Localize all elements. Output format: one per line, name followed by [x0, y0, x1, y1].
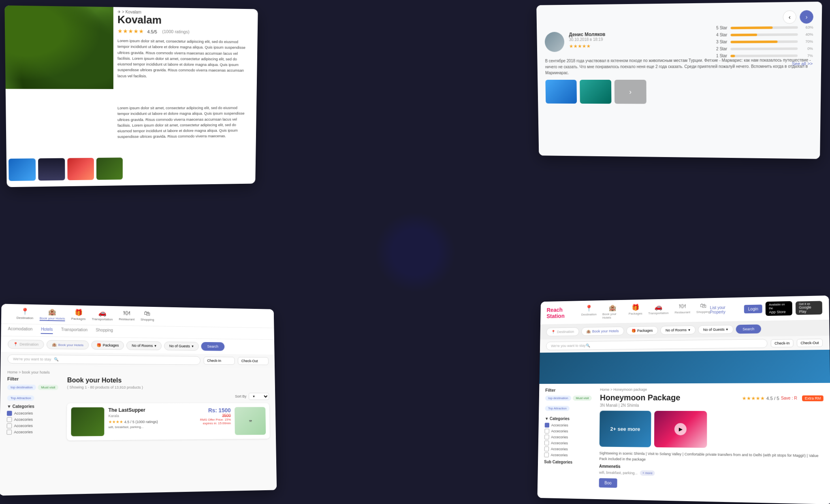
- appstore-label: App Store: [769, 310, 789, 315]
- filter-title: Filter: [7, 376, 62, 382]
- googleplay-badge[interactable]: Get it on Google Play: [796, 301, 822, 315]
- content-row: Filter top destination Must visit Top At…: [6, 376, 270, 441]
- hm-search-button[interactable]: Search: [736, 324, 761, 334]
- rooms-field[interactable]: No of Rooms▾: [126, 341, 162, 351]
- hm-checkin[interactable]: Check-In: [771, 339, 794, 347]
- header-right-buttons: List your Property Login Available on th…: [710, 300, 822, 317]
- hm-checkout[interactable]: Check-Out: [797, 339, 823, 347]
- sort-select[interactable]: ▾: [249, 393, 269, 400]
- hotel-amenity: wifi, breakfast, parking...: [109, 425, 158, 429]
- prev-arrow-btn[interactable]: ‹: [783, 11, 796, 24]
- hm-cat-6: Accecories: [544, 453, 594, 458]
- hm-package-desc: Sightseeing in scenic Shimla | Visit to …: [599, 451, 824, 465]
- book-hotels-field[interactable]: 🏨Book your Hotels: [47, 340, 89, 349]
- checkbox-2[interactable]: [7, 417, 12, 422]
- nav-transportation[interactable]: 🚗 Transportation: [92, 309, 113, 322]
- next-arrow-btn[interactable]: ›: [800, 10, 813, 23]
- hm-photo-main[interactable]: 2+ see more: [600, 411, 651, 447]
- hm-tag-must-visit[interactable]: Must visit: [573, 396, 592, 401]
- nav-hotels[interactable]: 🏨 Book your Hotels: [40, 308, 65, 321]
- results-count: ( Showing 1 - 80 products of 13,910 prod…: [67, 385, 269, 390]
- hm-tag-attraction[interactable]: Top Attraction: [545, 406, 570, 411]
- thumbnail-2[interactable]: [38, 158, 65, 181]
- appstore-badge[interactable]: Available on the App Store: [766, 301, 792, 316]
- hm-book-button[interactable]: Boo: [599, 478, 617, 488]
- checkbox-4[interactable]: [6, 430, 12, 435]
- nav-shopping[interactable]: 🛍 Shopping: [141, 310, 154, 323]
- hm-tag-destination[interactable]: top destination: [545, 396, 572, 401]
- reviewer-avatar: [544, 32, 564, 52]
- review-photo-1[interactable]: [545, 80, 577, 104]
- thumbnail-1[interactable]: [9, 158, 36, 181]
- hm-checkbox-6[interactable]: [544, 453, 549, 457]
- hm-packages[interactable]: 🎁Packages: [626, 326, 658, 335]
- kovalam-detail-card: ✈ > Kovalam Kovalam ★★★★★ 4.5/5 (1000 ra…: [4, 5, 258, 187]
- hm-cat-3: Accecories: [544, 435, 595, 440]
- hm-nav-transportation[interactable]: 🚗 Transportation: [648, 303, 668, 319]
- tag-top-destination[interactable]: top destination: [7, 385, 36, 390]
- hm-checkbox-2[interactable]: [544, 429, 549, 434]
- search-bar: 📍Destination 🏨Book your Hotels 🎁Packages…: [1, 336, 275, 355]
- map-thumbnail[interactable]: 🗺: [235, 407, 266, 435]
- hm-nav-restaurant[interactable]: 🍽 Restaurant: [674, 302, 690, 318]
- hotel-card-1: The LastSupper Karala ★★★★ 4.5 / 5 (1000…: [67, 403, 270, 440]
- tab-transportation[interactable]: Transportation: [61, 327, 87, 334]
- description-2: Lorem ipsum dolor sit amet, consectetur …: [117, 105, 249, 140]
- thumbnail-3[interactable]: [67, 158, 94, 180]
- honeymoon-page: Reach Station 📍 Destination 🏨 Book your …: [537, 296, 830, 504]
- rating-bars: 5 Star 63% 4 Star 40% 3 Star 70% 2 Star: [713, 25, 813, 66]
- thumbnail-4[interactable]: [96, 157, 123, 180]
- cat-item-3: Accecories: [7, 423, 62, 428]
- hm-cat-2: Accecories: [544, 429, 595, 434]
- hm-checkbox-3[interactable]: [544, 435, 549, 440]
- hotel-stars: ★★★★ 4.5 / 5 (1000 ratings): [109, 419, 158, 424]
- hm-more-badge[interactable]: + more: [640, 470, 655, 476]
- hm-nav-hotels[interactable]: 🏨 Book your Hotels: [602, 304, 623, 320]
- nav-restaurant[interactable]: 🍽 Restaurant: [119, 309, 134, 322]
- hm-photo-2[interactable]: ▶: [654, 411, 707, 448]
- checkout-field[interactable]: Check-Out: [238, 357, 269, 365]
- nav-destination[interactable]: 📍 Destination: [17, 307, 34, 321]
- hm-checkbox-4[interactable]: [544, 440, 549, 445]
- hm-guests-field[interactable]: No of Guests▾: [698, 325, 734, 334]
- checkin-field[interactable]: Check-In: [204, 357, 235, 365]
- checkbox-3[interactable]: [7, 423, 12, 428]
- hm-search-location[interactable]: 📍Destination: [546, 327, 579, 336]
- page-title: Book your Hotels: [67, 376, 269, 385]
- nav-packages[interactable]: 🎁 Packages: [71, 308, 86, 321]
- hm-body: Filter top destination Must visit Top At…: [537, 383, 830, 504]
- cat-item-1: Accecories: [7, 411, 62, 416]
- tab-hotels[interactable]: Hotels: [41, 327, 53, 334]
- login-button[interactable]: Login: [744, 304, 762, 313]
- hotel-booking-page: 📍 Destination 🏨 Book your Hotels 🎁 Packa…: [0, 304, 277, 496]
- hm-rooms-field[interactable]: No of Rooms▾: [660, 325, 696, 335]
- where-input[interactable]: We're you want to stay 🔍: [7, 354, 201, 365]
- hm-sidebar-filter: Filter top destination Must visit Top At…: [544, 388, 595, 495]
- play-button[interactable]: ▶: [674, 423, 687, 435]
- hm-checkbox-5[interactable]: [544, 447, 549, 451]
- hm-nav-packages[interactable]: 🎁 Packages: [629, 304, 642, 319]
- see-all-link[interactable]: See all >>: [713, 61, 813, 66]
- hm-nav-destination[interactable]: 📍 Destination: [581, 304, 597, 320]
- hm-nav-shopping[interactable]: 🛍 Shopping: [696, 302, 710, 318]
- nav-icons: 📍 Destination 🏨 Book your Hotels 🎁 Packa…: [17, 307, 154, 323]
- tab-shopping[interactable]: Shopping: [96, 328, 113, 335]
- tag-top-attraction[interactable]: Top Attraction: [7, 396, 34, 401]
- hm-package-subtitle: 3N Manali | 2N Shimla: [600, 403, 824, 408]
- review-photo-next[interactable]: ›: [614, 80, 647, 104]
- search-location-field[interactable]: 📍Destination: [8, 340, 44, 349]
- hm-breadcrumb: Home > Honeymoon package: [600, 387, 823, 391]
- tag-must-visit[interactable]: Must visit: [38, 385, 58, 390]
- rating-count: (1000 ratings): [162, 29, 189, 34]
- checkbox-1[interactable]: [7, 411, 12, 416]
- search-button[interactable]: Search: [201, 342, 224, 351]
- tab-acomodation[interactable]: Acomodation: [8, 326, 32, 334]
- review-photo-2[interactable]: [580, 80, 611, 104]
- hm-where-input[interactable]: We're you want to stay🔍: [546, 339, 768, 350]
- packages-field[interactable]: 🎁Packages: [91, 340, 124, 350]
- hm-book-hotels[interactable]: 🏨Book your Hotels: [581, 327, 624, 336]
- hm-checkbox-1[interactable]: [545, 423, 550, 427]
- star-rating: ★★★★★ 4.5/5: [117, 28, 157, 34]
- list-property-link[interactable]: List your Property: [710, 305, 741, 314]
- guests-field[interactable]: No of Guests▾: [164, 342, 198, 351]
